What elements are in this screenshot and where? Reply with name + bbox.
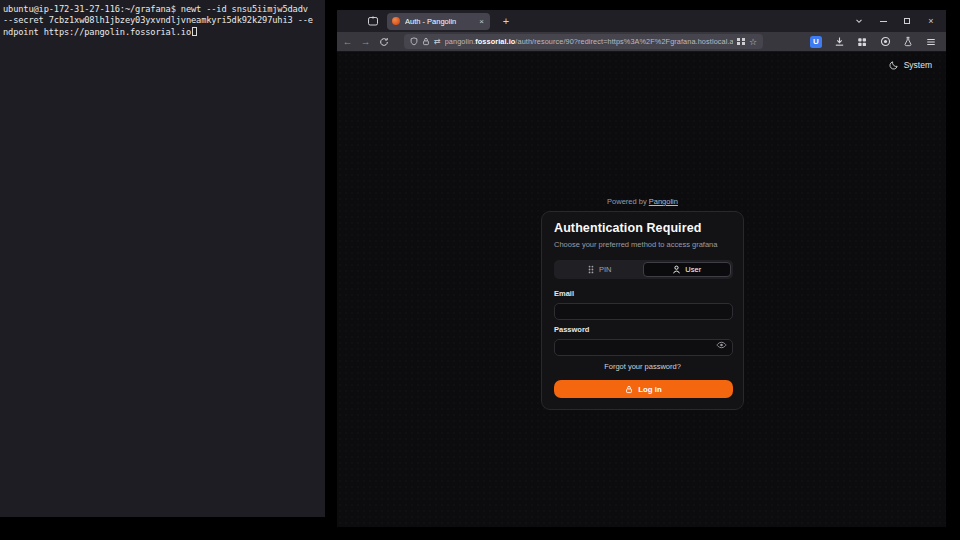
- minimize-icon: [880, 21, 887, 22]
- card-title: Authentication Required: [554, 221, 701, 235]
- terminal-line: --secret 7cbz1xw08lh1jbzey03yxvndljvneam…: [3, 15, 322, 26]
- card-subtitle: Choose your preferred method to access g…: [554, 240, 717, 249]
- url-bar[interactable]: ⇄ pangolin.fossorial.io/auth/resource/90…: [404, 34, 763, 49]
- alt-service-icon: ⇄: [434, 37, 441, 46]
- ublock-extension-button[interactable]: U: [809, 35, 823, 49]
- minimize-button[interactable]: [877, 15, 889, 27]
- login-button[interactable]: Log in: [554, 380, 733, 398]
- toolbar-extensions: U: [809, 35, 946, 49]
- user-icon: [672, 265, 681, 274]
- tab-list-button[interactable]: [853, 15, 865, 27]
- url-domain: fossorial.io: [475, 37, 515, 46]
- browser-window: Auth - Pangolin × + × ← →: [337, 10, 946, 527]
- maximize-icon: [904, 18, 910, 24]
- tab-pin[interactable]: PIN: [556, 262, 643, 277]
- pangolin-favicon-icon: [392, 17, 400, 25]
- menu-icon: [926, 37, 936, 47]
- moon-icon: [889, 60, 899, 70]
- record-circle-icon: [880, 36, 891, 47]
- show-password-button[interactable]: [716, 340, 727, 349]
- powered-by-text: Powered by: [607, 197, 647, 206]
- password-label: Password: [554, 325, 589, 334]
- reload-icon: [379, 37, 389, 47]
- terminal-cursor: [192, 27, 197, 36]
- new-tab-button[interactable]: +: [498, 13, 514, 29]
- terminal-line: ubuntu@ip-172-31-27-116:~/grafana$ newt …: [3, 4, 322, 15]
- downloads-button[interactable]: [832, 35, 846, 49]
- download-icon: [834, 36, 845, 47]
- profile-button[interactable]: [878, 35, 892, 49]
- window-controls: ×: [853, 15, 946, 27]
- password-field[interactable]: [554, 339, 733, 356]
- url-text: pangolin.fossorial.io/auth/resource/90?r…: [445, 37, 734, 46]
- flask-icon: [903, 36, 913, 47]
- extensions-button[interactable]: [855, 35, 869, 49]
- email-field[interactable]: [554, 303, 733, 320]
- shield-icon: [410, 37, 418, 46]
- dialpad-icon: [587, 265, 595, 274]
- tab-user-label: User: [685, 265, 701, 274]
- terminal-window[interactable]: ubuntu@ip-172-31-27-116:~/grafana$ newt …: [0, 0, 325, 517]
- page-content: System Powered by Pangolin Authenticatio…: [337, 52, 946, 527]
- back-button[interactable]: ←: [340, 34, 355, 49]
- chevron-down-icon: [855, 17, 863, 25]
- url-path: /auth/resource/90?redirect=https%3A%2F%2…: [515, 37, 733, 46]
- reload-button[interactable]: [376, 34, 391, 49]
- extensions-icon: [857, 37, 867, 47]
- auth-card: Authentication Required Choose your pref…: [541, 211, 744, 410]
- auth-method-toggle: PIN User: [554, 260, 733, 279]
- eye-icon: [716, 341, 727, 349]
- firefox-view-icon: [367, 15, 379, 27]
- email-label: Email: [554, 289, 574, 298]
- firefox-view-button[interactable]: [365, 13, 381, 29]
- theme-toggle-button[interactable]: System: [889, 60, 932, 70]
- close-window-button[interactable]: ×: [925, 15, 937, 27]
- url-domain-prefix: pangolin.: [445, 37, 476, 46]
- login-button-label: Log in: [638, 385, 661, 394]
- app-menu-button[interactable]: [924, 35, 938, 49]
- tab-title: Auth - Pangolin: [405, 17, 478, 26]
- bookmark-star-icon[interactable]: ☆: [749, 37, 757, 47]
- tab-close-icon[interactable]: ×: [478, 17, 485, 26]
- lock-icon: [625, 385, 633, 394]
- powered-by: Powered by Pangolin: [541, 197, 744, 206]
- theme-toggle-label: System: [904, 60, 932, 70]
- browser-tab[interactable]: Auth - Pangolin ×: [387, 13, 490, 30]
- tab-bar: Auth - Pangolin × + ×: [337, 10, 946, 32]
- lock-icon: [422, 37, 430, 46]
- terminal-line-text: ndpoint https://pangolin.fossorial.io: [3, 27, 191, 37]
- forward-button[interactable]: →: [358, 34, 373, 49]
- maximize-button[interactable]: [901, 15, 913, 27]
- terminal-line: ndpoint https://pangolin.fossorial.io: [3, 27, 322, 38]
- page-grid-icon[interactable]: [737, 38, 745, 46]
- labs-button[interactable]: [901, 35, 915, 49]
- navigation-toolbar: ← → ⇄ pangolin.fossorial.io/auth/resourc…: [337, 32, 946, 52]
- tab-pin-label: PIN: [599, 265, 612, 274]
- forgot-password-link[interactable]: Forgot your password?: [542, 362, 743, 371]
- pangolin-link[interactable]: Pangolin: [649, 197, 678, 206]
- tab-user[interactable]: User: [643, 262, 732, 277]
- ublock-icon: U: [810, 36, 822, 48]
